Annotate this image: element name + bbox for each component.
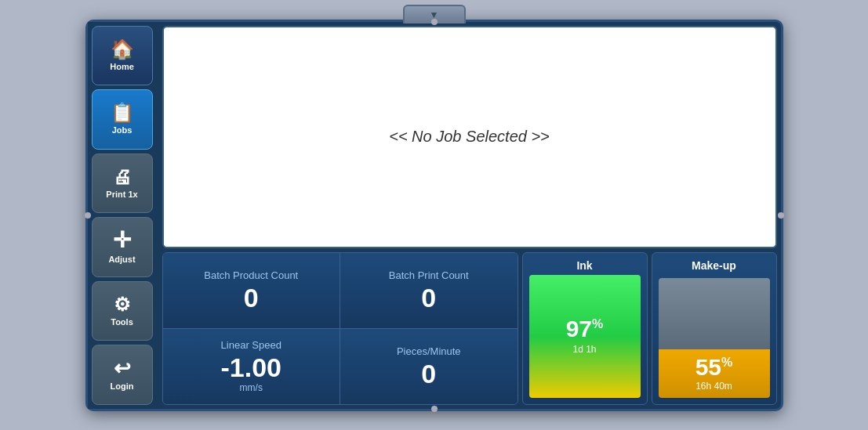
print1x-label: Print 1x — [106, 190, 137, 199]
batch-print-count-value: 0 — [421, 284, 436, 311]
main-content: << No Job Selected >> Batch Product Coun… — [158, 22, 781, 409]
pieces-minute-label: Pieces/Minute — [397, 345, 461, 357]
login-label: Login — [111, 381, 134, 391]
sidebar-item-login[interactable]: ↩ Login — [92, 345, 153, 405]
print-icon: 🖨 — [113, 168, 132, 186]
resize-handle-right[interactable] — [778, 212, 784, 219]
batch-print-count-cell: Batch Print Count 0 — [340, 253, 518, 328]
home-icon: 🏠 — [111, 40, 134, 59]
adjust-icon: ✛ — [113, 229, 131, 251]
makeup-time: 16h 40m — [695, 381, 732, 392]
jobs-label: Jobs — [112, 125, 133, 135]
adjust-label: Adjust — [108, 255, 135, 264]
batch-print-count-label: Batch Print Count — [389, 269, 469, 281]
linear-speed-unit: mm/s — [240, 382, 263, 393]
tools-icon: ⚙ — [114, 295, 131, 314]
resize-handle-left[interactable] — [85, 212, 91, 219]
linear-speed-value: -1.00 — [221, 354, 282, 381]
resize-handle-bottom[interactable] — [431, 406, 438, 412]
counter-panels: Batch Product Count 0 Linear Speed -1.00… — [162, 252, 518, 405]
makeup-title: Make-up — [652, 253, 776, 275]
tools-label: Tools — [111, 317, 133, 327]
linear-speed-cell: Linear Speed -1.00 mm/s — [163, 328, 340, 404]
linear-speed-label: Linear Speed — [221, 339, 281, 351]
makeup-pct-container: 55% 16h 40m — [659, 349, 770, 398]
left-half-panel: Batch Product Count 0 Linear Speed -1.00… — [163, 253, 340, 404]
makeup-percent: 55% — [695, 356, 733, 379]
sidebar-item-jobs[interactable]: 📋 Jobs — [92, 89, 153, 150]
makeup-panel: Make-up 55% 16h 40m — [652, 252, 777, 405]
ink-percent: 97% — [566, 317, 604, 341]
ink-fill: 97% 1d 1h — [529, 275, 641, 398]
ink-title: Ink — [523, 253, 647, 275]
right-half-panel: Batch Print Count 0 Pieces/Minute 0 — [340, 253, 518, 404]
sidebar: 🏠 Home 📋 Jobs 🖨 Print 1x ✛ Adjust ⚙ Tool… — [88, 22, 158, 409]
ink-panel: Ink 97% 1d 1h — [522, 252, 648, 405]
preview-area: << No Job Selected >> — [162, 26, 777, 248]
sidebar-item-home[interactable]: 🏠 Home — [92, 26, 153, 86]
batch-product-count-value: 0 — [244, 284, 259, 311]
sidebar-item-tools[interactable]: ⚙ Tools — [92, 281, 153, 341]
stats-row: Batch Product Count 0 Linear Speed -1.00… — [162, 252, 777, 405]
pieces-minute-value: 0 — [421, 360, 436, 387]
home-label: Home — [110, 62, 134, 71]
no-job-text: << No Job Selected >> — [389, 128, 550, 146]
main-window: 🏠 Home 📋 Jobs 🖨 Print 1x ✛ Adjust ⚙ Tool… — [85, 20, 783, 411]
batch-product-count-label: Batch Product Count — [204, 269, 298, 281]
makeup-fill — [659, 278, 770, 349]
pieces-minute-cell: Pieces/Minute 0 — [340, 328, 518, 404]
batch-product-count-cell: Batch Product Count 0 — [163, 253, 340, 328]
login-icon: ↩ — [114, 358, 131, 378]
resize-handle-top[interactable] — [431, 19, 438, 25]
sidebar-item-print1x[interactable]: 🖨 Print 1x — [92, 154, 153, 214]
ink-time: 1d 1h — [572, 344, 596, 355]
sidebar-item-adjust[interactable]: ✛ Adjust — [92, 217, 153, 277]
jobs-icon: 📋 — [111, 103, 134, 122]
content-area: 🏠 Home 📋 Jobs 🖨 Print 1x ✛ Adjust ⚙ Tool… — [88, 22, 781, 409]
